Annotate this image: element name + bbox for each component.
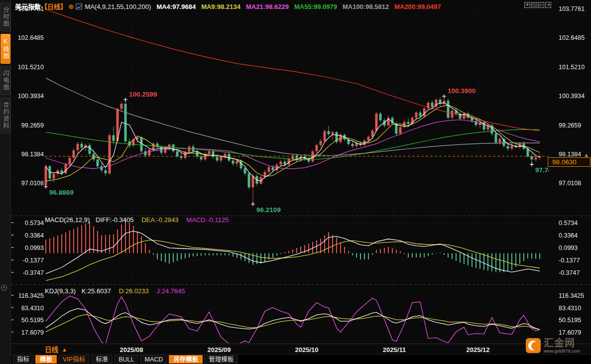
kdj-pane-header: KDJ(9,3,3) K:25.6037 D:26.0233 J:24.7645 <box>45 287 185 295</box>
toolbar-tab-3[interactable]: VIP指标 <box>58 355 90 364</box>
window-icon-bar: ✛◫▷⇥ <box>524 2 551 8</box>
svg-text:2025/11: 2025/11 <box>383 346 406 354</box>
svg-text:97.0108: 97.0108 <box>21 180 44 187</box>
svg-text:0.5734: 0.5734 <box>25 220 44 227</box>
ma-group-label: MA(4,9,21,55,100,200) <box>85 3 151 10</box>
svg-text:0.5734: 0.5734 <box>559 220 578 227</box>
toolbar-tab-5[interactable]: BULL <box>114 355 138 364</box>
svg-text:83.4310: 83.4310 <box>21 305 44 312</box>
chart-canvas[interactable]: 100.259996.886996.2109100.390097.7479103… <box>0 0 591 364</box>
current-price-tag: 98.0630 <box>548 157 591 167</box>
kdj-k-value: K:25.6037 <box>82 287 111 295</box>
chart-type-icon[interactable] <box>76 3 82 9</box>
kdj-j-value: J:24.7645 <box>156 287 185 295</box>
symbol-name: 美元指数 <box>15 3 41 10</box>
svg-text:-0.1377: -0.1377 <box>559 257 580 264</box>
sidebar: 分时图K线图闪电图合约资料 <box>0 0 11 364</box>
svg-text:0.3364: 0.3364 <box>559 232 578 239</box>
svg-text:2025/08: 2025/08 <box>120 346 143 354</box>
svg-text:101.5210: 101.5210 <box>18 64 44 71</box>
kdj-d-value: D:26.0233 <box>119 287 149 295</box>
svg-text:-0.3747: -0.3747 <box>559 269 580 276</box>
svg-text:50.5195: 50.5195 <box>21 317 44 324</box>
pane-add-icon[interactable]: + <box>1 285 7 291</box>
svg-text:97.7479: 97.7479 <box>535 166 560 174</box>
svg-text:100.3934: 100.3934 <box>559 93 585 100</box>
ma-value-3: MA21:98.6229 <box>246 3 289 10</box>
ma-value-1: MA4:97.9684 <box>156 3 196 10</box>
svg-text:-0.3747: -0.3747 <box>23 269 44 276</box>
sidebar-tab-1[interactable]: 分时图 <box>0 2 10 31</box>
toolbar-tab-2[interactable]: 模板 <box>35 355 57 364</box>
svg-text:96.8869: 96.8869 <box>49 189 74 196</box>
svg-text:116.3425: 116.3425 <box>18 292 44 299</box>
svg-text:-0.1377: -0.1377 <box>23 257 44 264</box>
ma-value-4: MA55:99.0979 <box>294 3 337 10</box>
svg-text:103.7761: 103.7761 <box>559 5 585 12</box>
kdj-header-label: KDJ(9,3,3) <box>45 287 76 295</box>
svg-text:0.3364: 0.3364 <box>25 232 44 239</box>
logo-url: www.gold678.com <box>544 349 580 354</box>
svg-text:▲: ▲ <box>62 347 67 353</box>
svg-text:日线: 日线 <box>45 346 58 354</box>
popout-icon[interactable]: ⇥ <box>545 2 551 8</box>
site-logo: 汇金网 www.gold678.com <box>526 338 580 354</box>
svg-text:17.6079: 17.6079 <box>21 329 44 336</box>
logo-icon <box>526 338 541 353</box>
svg-text:102.6485: 102.6485 <box>559 34 585 41</box>
svg-text:17.6079: 17.6079 <box>559 329 581 336</box>
macd-diff-value: DIFF:-0.3405 <box>96 216 134 224</box>
ma-value-5: MA100:98.5812 <box>343 3 389 10</box>
toolbar-tab-1[interactable]: 指标 <box>12 355 34 364</box>
svg-text:2025/10: 2025/10 <box>295 346 319 354</box>
ma-value-6: MA200:99.0497 <box>394 3 441 10</box>
macd-pane-header: MACD(26,12,9) DIFF:-0.3405 DEA:-0.2843 M… <box>45 216 229 224</box>
macd-header-label: MACD(26,12,9) <box>45 216 90 224</box>
sidebar-tab-2[interactable]: K线图 <box>0 34 10 64</box>
pan-icon[interactable]: ✛ <box>524 2 530 8</box>
macd-macd-value: MACD:-0.1125 <box>186 216 229 224</box>
svg-text:98.1384: 98.1384 <box>21 151 44 158</box>
svg-text:99.2659: 99.2659 <box>21 122 44 129</box>
sidebar-tab-3[interactable]: 闪电图 <box>0 66 10 95</box>
chart-header: 美元指数【日线】⊕ MA(4,9,21,55,100,200)MA4:97.96… <box>15 1 441 11</box>
svg-text:2025/09: 2025/09 <box>208 346 231 354</box>
svg-text:0.0993: 0.0993 <box>25 244 44 251</box>
svg-text:97.0108: 97.0108 <box>559 180 581 187</box>
svg-text:83.4310: 83.4310 <box>559 305 581 312</box>
svg-text:98.1384: 98.1384 <box>559 151 581 158</box>
svg-text:101.5210: 101.5210 <box>559 64 585 71</box>
toolbar-tab-4[interactable]: 标准 <box>91 355 113 364</box>
ma-values: MA4:97.9684MA9:98.2134MA21:98.6229MA55:9… <box>151 3 441 10</box>
svg-text:50.5195: 50.5195 <box>559 317 581 324</box>
toolbar-tab-8[interactable]: 管理模板 <box>204 355 238 364</box>
panel-layout-icon[interactable]: ◫ <box>531 2 537 8</box>
logo-name: 汇金网 <box>544 338 580 348</box>
period-tag[interactable]: 【日线】 <box>41 3 67 10</box>
ma-value-2: MA9:98.2134 <box>201 3 240 10</box>
toolbar-tab-6[interactable]: MACD <box>140 355 167 364</box>
toolbar-tab-7[interactable]: 另存模板 <box>169 355 203 364</box>
svg-text:0.0993: 0.0993 <box>559 244 578 251</box>
svg-text:116.3425: 116.3425 <box>559 292 584 299</box>
bottom-toolbar: 指标模板VIP指标标准BULLMACD另存模板管理模板 <box>11 355 591 364</box>
svg-text:2025/12: 2025/12 <box>467 346 490 354</box>
sidebar-tab-4[interactable]: 合约资料 <box>0 98 10 133</box>
trading-app-window: 100.259996.886996.2109100.390097.7479103… <box>0 0 591 364</box>
add-compare-icon[interactable]: ⊕ <box>68 2 74 10</box>
svg-text:100.3934: 100.3934 <box>18 93 44 100</box>
svg-text:99.2659: 99.2659 <box>559 122 581 129</box>
panel-next-icon[interactable]: ▷ <box>538 2 544 8</box>
svg-text:102.6485: 102.6485 <box>18 34 44 41</box>
svg-text:100.3900: 100.3900 <box>448 87 475 95</box>
svg-text:96.2109: 96.2109 <box>256 206 281 214</box>
macd-dea-value: DEA:-0.2843 <box>141 216 178 224</box>
svg-text:100.2599: 100.2599 <box>129 91 157 98</box>
